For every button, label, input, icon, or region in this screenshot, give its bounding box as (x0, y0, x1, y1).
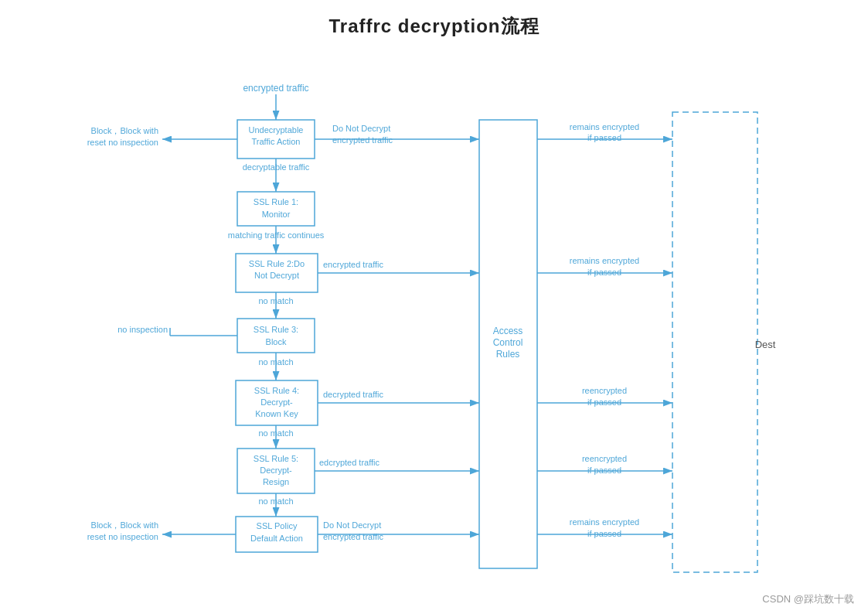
label-undecryptable-2: Traffic Action (252, 137, 301, 146)
label-block-1: Block，Block with (91, 126, 158, 135)
box-ssl3 (237, 319, 315, 353)
watermark: CSDN @踩坑数十载 (762, 592, 854, 606)
label-do-not-decrypt-2: encrypted traffic (332, 135, 393, 145)
diagram-container: Traffrc decryption流程 encrypted traffic U… (0, 0, 868, 614)
label-acr-1: Access (493, 326, 523, 336)
label-ssl3-2: Block (266, 337, 287, 346)
label-out-2a: remains encrypted (570, 256, 640, 265)
label-ssl2-2: Not Decrypt (254, 271, 299, 280)
label-out-3a: reencrypted (582, 386, 627, 395)
box-dest (672, 112, 757, 572)
label-ssl5-edcrypted: edcrypted traffic (319, 458, 380, 467)
label-block-2: reset no inspection (87, 138, 158, 147)
label-out-5b: if passed (587, 529, 621, 538)
label-out-4a: reencrypted (582, 454, 627, 463)
label-ssl2-encrypted: encrypted traffic (323, 260, 384, 269)
label-dest: Dest (755, 339, 776, 350)
label-ssl2-1: SSL Rule 2:Do (249, 259, 305, 268)
label-out-3b: if passed (587, 397, 621, 407)
label-ssl4-decrypted: decrypted traffic (323, 390, 384, 399)
label-do-not-decrypt-1: Do Not Decrypt (332, 124, 390, 133)
label-ssl5-2: Decrypt- (260, 466, 292, 475)
label-no-inspection: no inspection (117, 325, 168, 334)
label-ssl-default-1: SSL Policy (257, 521, 298, 530)
label-ssl5-3: Resign (263, 477, 289, 486)
label-ssl4-3: Known Key (255, 409, 298, 418)
label-ssl4-1: SSL Rule 4: (254, 386, 299, 395)
label-out-2b: if passed (587, 268, 621, 277)
label-undecryptable-1: Undecryptable (249, 125, 304, 135)
label-ssl1-2: Monitor (262, 210, 291, 219)
flow-diagram: encrypted traffic Undecryptable Traffic … (0, 0, 868, 614)
label-ssl4-2: Decrypt- (260, 397, 293, 407)
label-ssl3-1: SSL Rule 3: (254, 325, 298, 334)
label-block-default-1: Block，Block with (91, 520, 158, 530)
label-ssl1-1: SSL Rule 1: (254, 197, 298, 206)
label-out-4b: if passed (587, 466, 621, 475)
label-ssl-default-encrypted-1: Do Not Decrypt (323, 520, 381, 530)
label-acr-3: Rules (496, 349, 520, 360)
label-ssl5-1: SSL Rule 5: (254, 454, 298, 463)
label-out-1a: remains encrypted (570, 122, 640, 131)
label-out-5a: remains encrypted (570, 517, 640, 527)
label-ssl-default-2: Default Action (250, 534, 303, 543)
label-ssl-default-encrypted-2: encrypted traffic (323, 532, 384, 541)
label-out-1b: if passed (587, 133, 621, 142)
label-block-default-2: reset no inspection (87, 532, 158, 541)
label-encrypted-traffic-top: encrypted traffic (243, 83, 308, 94)
label-acr-2: Control (493, 337, 523, 348)
